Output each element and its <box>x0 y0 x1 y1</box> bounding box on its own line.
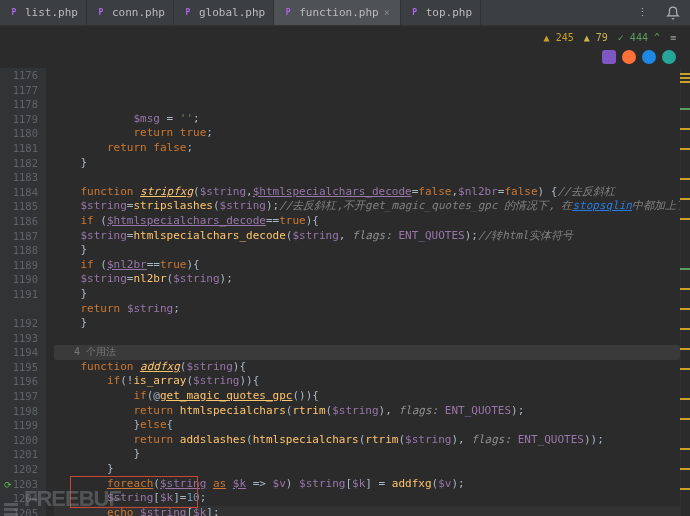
close-icon[interactable]: × <box>384 7 392 18</box>
line-number[interactable]: 1198 <box>0 404 38 419</box>
php-file-icon: P <box>409 7 421 19</box>
usage-hint[interactable]: 4 个用法 <box>54 345 680 360</box>
php-file-icon: P <box>95 7 107 19</box>
line-number[interactable]: 1180 <box>0 126 38 141</box>
tab-label: function.php <box>299 6 378 19</box>
tab-function-php[interactable]: Pfunction.php× <box>274 0 400 25</box>
code-line[interactable]: function stripfxg($string,$htmlspecialch… <box>54 185 680 200</box>
tab-label: list.php <box>25 6 78 19</box>
minimap-mark[interactable] <box>680 108 690 110</box>
code-line[interactable]: }else{ <box>54 418 680 433</box>
line-number[interactable]: 1182 <box>0 156 38 171</box>
minimap-mark[interactable] <box>680 328 690 330</box>
code-line[interactable]: } <box>54 287 680 302</box>
code-line[interactable]: function addfxg($string){ <box>54 360 680 375</box>
firefox-icon[interactable] <box>622 50 636 64</box>
line-number[interactable]: 1184 <box>0 185 38 200</box>
lock-icon[interactable]: ≡ <box>670 32 676 43</box>
code-line[interactable]: if(!is_array($string)){ <box>54 374 680 389</box>
minimap-mark[interactable] <box>680 418 690 420</box>
weak-warnings-badge[interactable]: ▲ 79 <box>584 32 608 43</box>
minimap-mark[interactable] <box>680 198 690 200</box>
code-line[interactable] <box>54 170 680 185</box>
minimap-mark[interactable] <box>680 178 690 180</box>
code-line[interactable]: } <box>54 462 680 477</box>
ok-badge[interactable]: ✓ 444 ^ <box>618 32 660 43</box>
minimap-mark[interactable] <box>680 268 690 270</box>
minimap-mark[interactable] <box>680 128 690 130</box>
code-line[interactable]: return addslashes(htmlspecialchars(rtrim… <box>54 433 680 448</box>
tab-top-php[interactable]: Ptop.php <box>401 0 481 25</box>
tab-bar: Plist.phpPconn.phpPglobal.phpPfunction.p… <box>0 0 690 26</box>
minimap-mark[interactable] <box>680 77 690 79</box>
warnings-badge[interactable]: ▲ 245 <box>544 32 574 43</box>
code-area[interactable]: $msg = ''; return true; return false; } … <box>46 68 680 516</box>
minimap-mark[interactable] <box>680 448 690 450</box>
line-number[interactable]: 1187 <box>0 229 38 244</box>
edge-icon[interactable] <box>662 50 676 64</box>
line-number[interactable]: 1200 <box>0 433 38 448</box>
code-line[interactable] <box>54 331 680 346</box>
minimap-mark[interactable] <box>680 148 690 150</box>
notifications-icon[interactable] <box>656 0 690 25</box>
line-number[interactable]: 1179 <box>0 112 38 127</box>
line-number[interactable]: 1181 <box>0 141 38 156</box>
tab-overflow-icon[interactable]: ⋮ <box>629 0 656 25</box>
line-number[interactable]: 1183 <box>0 170 38 185</box>
line-number[interactable]: 1177 <box>0 83 38 98</box>
line-number[interactable]: 1197 <box>0 389 38 404</box>
line-number[interactable]: 1186 <box>0 214 38 229</box>
minimap-mark[interactable] <box>680 348 690 350</box>
line-number[interactable]: 1196 <box>0 374 38 389</box>
code-line[interactable]: $string=stripslashes($string);//去反斜杠,不开g… <box>54 199 680 214</box>
code-line[interactable]: } <box>54 156 680 171</box>
line-number[interactable]: 1195 <box>0 360 38 375</box>
line-number[interactable]: 1176 <box>0 68 38 83</box>
code-line[interactable]: $string=nl2br($string); <box>54 272 680 287</box>
line-number[interactable]: 1188 <box>0 243 38 258</box>
line-number[interactable]: 1191 <box>0 287 38 302</box>
minimap-mark[interactable] <box>680 368 690 370</box>
minimap[interactable] <box>680 68 690 516</box>
tab-conn-php[interactable]: Pconn.php <box>87 0 174 25</box>
code-line[interactable]: $string[$k]=10; <box>54 491 680 506</box>
code-line[interactable]: } <box>54 243 680 258</box>
line-number[interactable]: 1194 <box>0 345 38 360</box>
code-line[interactable]: } <box>54 447 680 462</box>
ide-icon[interactable] <box>602 50 616 64</box>
code-line[interactable]: echo $string[$k]; <box>54 506 680 516</box>
minimap-mark[interactable] <box>680 73 690 75</box>
watermark: FREEBUF <box>6 486 121 512</box>
minimap-mark[interactable] <box>680 288 690 290</box>
code-line[interactable]: return $string; <box>54 302 680 317</box>
line-number[interactable]: 1185 <box>0 199 38 214</box>
code-line[interactable]: if ($nl2br==true){ <box>54 258 680 273</box>
tab-global-php[interactable]: Pglobal.php <box>174 0 274 25</box>
code-line[interactable]: return htmlspecialchars(rtrim($string), … <box>54 404 680 419</box>
line-number[interactable]: 1189 <box>0 258 38 273</box>
line-number[interactable]: 1178 <box>0 97 38 112</box>
minimap-mark[interactable] <box>680 488 690 490</box>
line-number[interactable]: 1199 <box>0 418 38 433</box>
code-line[interactable]: if(@get_magic_quotes_gpc()){ <box>54 389 680 404</box>
minimap-mark[interactable] <box>680 468 690 470</box>
line-number[interactable]: 1202 <box>0 462 38 477</box>
code-line[interactable]: $string=htmlspecialchars_decode($string,… <box>54 229 680 244</box>
minimap-mark[interactable] <box>680 218 690 220</box>
code-line[interactable]: foreach($string as $k => $v) $string[$k]… <box>54 477 680 492</box>
line-number[interactable]: 1192 <box>0 316 38 331</box>
line-number[interactable]: 1190 <box>0 272 38 287</box>
safari-icon[interactable] <box>642 50 656 64</box>
code-line[interactable]: } <box>54 316 680 331</box>
line-gutter: ⟳ 11761177117811791180118111821183118411… <box>0 68 46 516</box>
line-number[interactable]: 1201 <box>0 447 38 462</box>
code-line[interactable]: $msg = ''; <box>54 112 680 127</box>
line-number[interactable]: 1193 <box>0 331 38 346</box>
minimap-mark[interactable] <box>680 81 690 83</box>
tab-list-php[interactable]: Plist.php <box>0 0 87 25</box>
code-line[interactable]: return true; <box>54 126 680 141</box>
minimap-mark[interactable] <box>680 398 690 400</box>
code-line[interactable]: return false; <box>54 141 680 156</box>
code-line[interactable]: if ($htmlspecialchars_decode==true){ <box>54 214 680 229</box>
minimap-mark[interactable] <box>680 308 690 310</box>
